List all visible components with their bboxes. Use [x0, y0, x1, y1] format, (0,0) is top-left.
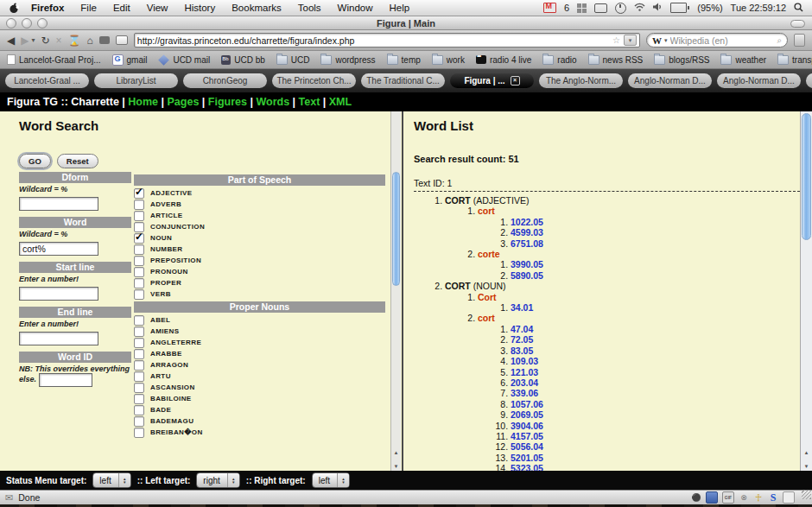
tab-figura-[interactable]: Figura | ...×	[450, 73, 534, 88]
nav-link-pages[interactable]: Pages	[168, 96, 200, 108]
bookmark-item[interactable]: temp	[387, 55, 421, 65]
pos-row-adjective[interactable]: ADJECTIVE	[134, 188, 385, 198]
checkbox[interactable]	[134, 289, 144, 300]
target-popup-right[interactable]: right▴▾	[196, 472, 239, 488]
checkbox[interactable]	[134, 428, 144, 438]
checkbox[interactable]	[134, 326, 144, 337]
bookmark-item[interactable]: UCD bb	[221, 55, 265, 65]
pos-row-article[interactable]: ARTICLE	[134, 211, 385, 220]
tab-librarylist[interactable]: LibraryList	[94, 73, 178, 88]
menu-item-history[interactable]: History	[184, 3, 215, 13]
reset-button[interactable]: Reset	[57, 154, 98, 168]
bookmark-item[interactable]: UCD	[276, 55, 310, 65]
tab-the-traditional-c-[interactable]: The Traditional C...	[361, 73, 445, 88]
nav-link-words[interactable]: Words	[256, 96, 289, 108]
zoom-disabled-icon[interactable]: ⊗	[739, 492, 749, 503]
url-bar[interactable]: http://gravitas.princeton.edu/charrette/…	[134, 33, 640, 48]
menu-item-bookmarks[interactable]: Bookmarks	[232, 3, 282, 13]
checkbox[interactable]	[134, 315, 144, 326]
tab-close-icon[interactable]: ×	[511, 76, 520, 86]
line-ref-link[interactable]: 5890.05	[511, 270, 543, 281]
pos-row-noun[interactable]: NOUN	[134, 233, 385, 243]
field-input-word-id[interactable]	[39, 373, 92, 387]
checkbox-checked[interactable]	[134, 188, 144, 199]
bookmark-item[interactable]: work	[432, 55, 465, 65]
line-ref-link[interactable]: 5201.05	[511, 453, 543, 463]
tab-anglo-norman-d-[interactable]: Anglo-Norman D...	[806, 73, 812, 88]
battery-icon[interactable]	[670, 3, 689, 13]
gmail-notifier-icon[interactable]	[543, 3, 556, 13]
line-ref-link[interactable]: 2069.05	[511, 409, 543, 420]
scrapbook-icon[interactable]: S	[768, 492, 778, 503]
line-ref-link[interactable]: 4157.05	[511, 431, 543, 441]
bookmark-item[interactable]: wordpress	[320, 55, 375, 65]
bookmark-item[interactable]: Lancelot-Graal Proj...	[7, 54, 101, 65]
checkbox[interactable]	[134, 394, 144, 404]
checkbox[interactable]	[134, 211, 144, 221]
right-scrollbar-arrows[interactable]: ▲▼	[801, 448, 812, 471]
checkbox[interactable]	[134, 360, 144, 371]
checkbox[interactable]	[134, 267, 144, 277]
checkbox[interactable]	[134, 416, 144, 427]
stop-button[interactable]: ×	[56, 35, 62, 46]
target-popup-left[interactable]: left▴▾	[312, 472, 350, 488]
search-engine-dropdown-icon[interactable]: ▾	[664, 37, 668, 44]
bookmark-item[interactable]: blogs/RSS	[654, 55, 709, 65]
checkbox-checked[interactable]	[134, 233, 144, 244]
tab-lancelot-graal-[interactable]: Lancelot-Graal ...	[5, 73, 89, 88]
popup-stepper-icon[interactable]: ▴▾	[118, 473, 130, 487]
tab-the-anglo-norm-[interactable]: The Anglo-Norm...	[539, 73, 623, 88]
spotlight-icon[interactable]	[794, 3, 803, 14]
menu-item-view[interactable]: View	[147, 3, 168, 13]
resize-grip[interactable]	[802, 490, 811, 499]
url-dropdown-icon[interactable]: ▾	[624, 35, 637, 46]
line-ref-link[interactable]: 1057.06	[511, 399, 543, 409]
proper-row-amiens[interactable]: AMIENS	[134, 326, 385, 336]
proper-row-bade[interactable]: BADE	[134, 405, 385, 415]
line-ref-link[interactable]: 1022.05	[511, 217, 543, 227]
menu-item-help[interactable]: Help	[390, 3, 410, 13]
back-button[interactable]: ◀	[7, 35, 15, 46]
toolbar-toggle-button[interactable]	[790, 20, 805, 28]
forward-button[interactable]: ▶	[21, 35, 29, 46]
tab-anglo-norman-d-[interactable]: Anglo-Norman D...	[628, 73, 712, 88]
menu-item-tools[interactable]: Tools	[298, 3, 321, 13]
tab-chrongeog[interactable]: ChronGeog	[183, 73, 267, 88]
line-ref-link[interactable]: 5323.05	[511, 463, 543, 471]
window-title-bar[interactable]: Figura | Main	[0, 16, 812, 30]
nav-link-home[interactable]: Home	[128, 96, 158, 108]
word-form-link[interactable]: cort	[478, 206, 495, 216]
history-hourglass-icon[interactable]: ⌛	[68, 35, 81, 46]
line-ref-link[interactable]: 339.06	[511, 388, 538, 398]
right-panel-scrollbar[interactable]: ▲▼	[800, 111, 812, 471]
field-input-start-line[interactable]	[19, 287, 98, 301]
bookmark-item[interactable]: gmail	[112, 54, 148, 66]
new-tab-icon[interactable]	[116, 35, 128, 45]
checkbox[interactable]	[134, 244, 144, 255]
field-input-end-line[interactable]	[19, 332, 98, 345]
right-scrollbar-thumb[interactable]	[802, 113, 811, 240]
checkbox[interactable]	[134, 338, 144, 348]
line-ref-link[interactable]: 203.04	[511, 377, 538, 388]
popup-stepper-icon[interactable]: ▴▾	[227, 473, 239, 487]
line-ref-link[interactable]: 6751.08	[511, 238, 543, 249]
checkbox[interactable]	[134, 383, 144, 393]
go-button[interactable]: GO	[19, 154, 51, 168]
checkbox[interactable]	[134, 405, 144, 415]
left-scrollbar-arrows[interactable]: ▲▼	[391, 448, 401, 471]
line-ref-link[interactable]: 121.03	[511, 367, 538, 377]
line-ref-link[interactable]: 5056.04	[511, 441, 543, 452]
pos-row-preposition[interactable]: PREPOSITION	[134, 256, 385, 265]
volume-icon[interactable]	[653, 3, 663, 13]
checkbox[interactable]	[134, 371, 144, 382]
url-text[interactable]: http://gravitas.princeton.edu/charrette/…	[137, 35, 609, 46]
bookmark-item[interactable]: radio	[542, 55, 576, 65]
word-form-link[interactable]: Cort	[478, 292, 497, 302]
target-popup-left[interactable]: left▴▾	[92, 472, 130, 488]
line-ref-link[interactable]: 3990.05	[511, 259, 543, 269]
mail-status-icon[interactable]: ✉	[5, 492, 13, 504]
book-addon-icon[interactable]	[706, 491, 718, 504]
home-button[interactable]: ⌂	[87, 35, 93, 46]
field-input-word[interactable]	[19, 242, 98, 256]
toolbar-extra-icon[interactable]	[99, 36, 110, 44]
